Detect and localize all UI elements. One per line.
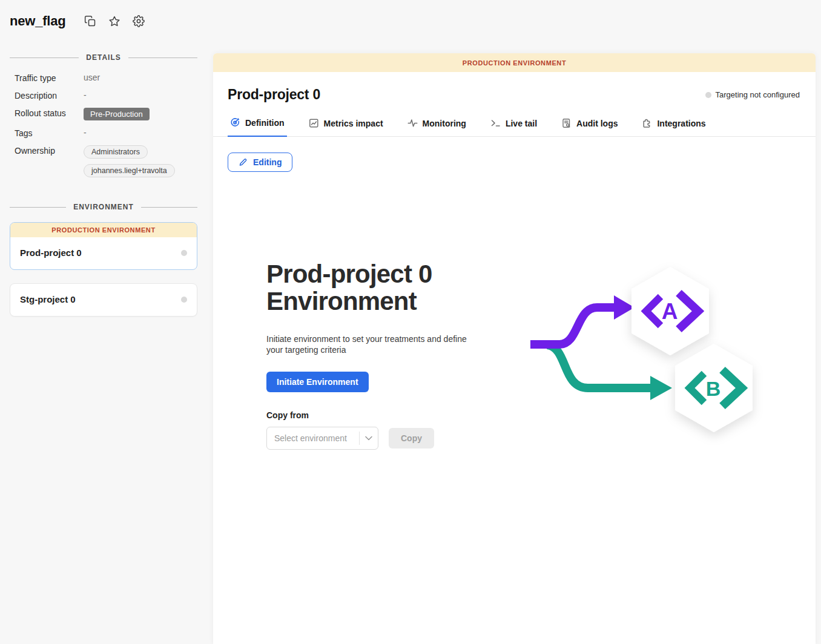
sidebar: DETAILS Traffic type user Description - … bbox=[0, 53, 213, 644]
definition-icon bbox=[230, 117, 240, 128]
star-icon[interactable] bbox=[108, 15, 120, 27]
environment-name: Prod-project 0 bbox=[20, 248, 82, 258]
initiate-environment-button[interactable]: Initiate Environment bbox=[266, 372, 369, 392]
traffic-type-label: Traffic type bbox=[15, 73, 84, 83]
select-environment-placeholder: Select environment bbox=[267, 433, 359, 443]
tab-monitoring[interactable]: Monitoring bbox=[405, 117, 469, 137]
divider bbox=[128, 58, 197, 58]
environment-card-prod[interactable]: PRODUCTION ENVIRONMENT Prod-project 0 bbox=[10, 222, 197, 270]
environment-section-header: ENVIRONMENT bbox=[10, 203, 197, 211]
description-value: - bbox=[84, 90, 197, 100]
flag-title: new_flag bbox=[10, 13, 66, 29]
targeting-status: Targeting not configured bbox=[705, 90, 800, 99]
divider bbox=[10, 207, 66, 208]
metrics-impact-icon bbox=[309, 118, 319, 128]
ab-split-illustration: A B bbox=[530, 257, 791, 460]
editing-button[interactable]: Editing bbox=[228, 153, 292, 172]
production-environment-banner: PRODUCTION ENVIRONMENT bbox=[213, 53, 816, 72]
empty-state-title: Prod-project 0 Environment bbox=[266, 260, 496, 315]
divider bbox=[10, 58, 79, 58]
empty-state-description: Initiate environment to set your treatme… bbox=[266, 334, 484, 356]
integrations-icon bbox=[642, 118, 652, 128]
traffic-type-value: user bbox=[84, 73, 197, 82]
ownership-pill[interactable]: Administrators bbox=[84, 145, 148, 159]
copy-button[interactable]: Copy bbox=[389, 428, 434, 448]
details-section-header: DETAILS bbox=[10, 53, 197, 62]
main-panel: PRODUCTION ENVIRONMENT Prod-project 0 Ta… bbox=[213, 53, 816, 644]
tab-integrations[interactable]: Integrations bbox=[639, 117, 708, 137]
copy-icon[interactable] bbox=[84, 15, 96, 27]
audit-logs-icon bbox=[561, 118, 572, 128]
live-tail-icon bbox=[490, 118, 501, 128]
environment-heading: ENVIRONMENT bbox=[73, 203, 134, 211]
tab-audit-logs[interactable]: Audit logs bbox=[559, 117, 620, 137]
targeting-status-text: Targeting not configured bbox=[716, 90, 800, 99]
details-heading: DETAILS bbox=[86, 53, 120, 62]
monitoring-icon bbox=[407, 118, 418, 128]
environment-card-stg[interactable]: Stg-project 0 bbox=[10, 283, 197, 317]
top-bar: new_flag bbox=[0, 0, 821, 42]
production-environment-band: PRODUCTION ENVIRONMENT bbox=[10, 223, 197, 237]
svg-text:B: B bbox=[706, 377, 721, 400]
tab-live-tail[interactable]: Live tail bbox=[488, 117, 539, 137]
hexagon-b: B bbox=[675, 344, 753, 432]
ownership-pill[interactable]: johannes.liegl+travolta bbox=[84, 164, 175, 177]
environment-empty-state: Prod-project 0 Environment Initiate envi… bbox=[213, 260, 816, 460]
chevron-down-icon bbox=[360, 436, 378, 441]
rollout-status-badge: Pre-Production bbox=[84, 108, 150, 120]
divider bbox=[141, 207, 197, 208]
rollout-status-label: Rollout status bbox=[15, 108, 84, 118]
pencil-icon bbox=[239, 158, 248, 167]
status-dot bbox=[181, 297, 187, 303]
svg-text:A: A bbox=[662, 299, 678, 324]
status-dot bbox=[181, 250, 187, 256]
tab-definition[interactable]: Definition bbox=[228, 117, 287, 137]
hexagon-a: A bbox=[631, 267, 709, 355]
select-environment-dropdown[interactable]: Select environment bbox=[266, 427, 378, 450]
gear-icon[interactable] bbox=[133, 15, 145, 27]
copy-from-label: Copy from bbox=[266, 410, 496, 420]
targeting-status-dot bbox=[705, 92, 711, 98]
ownership-label: Ownership bbox=[15, 145, 84, 156]
tab-metrics-impact[interactable]: Metrics impact bbox=[306, 117, 386, 137]
environment-title: Prod-project 0 bbox=[228, 87, 320, 103]
tags-value: - bbox=[84, 128, 197, 137]
tab-bar: Definition Metrics impact Monitoring Liv… bbox=[213, 117, 816, 137]
tags-label: Tags bbox=[15, 128, 84, 138]
description-label: Description bbox=[15, 90, 84, 100]
environment-name: Stg-project 0 bbox=[20, 294, 76, 304]
details-grid: Traffic type user Description - Rollout … bbox=[10, 73, 197, 177]
